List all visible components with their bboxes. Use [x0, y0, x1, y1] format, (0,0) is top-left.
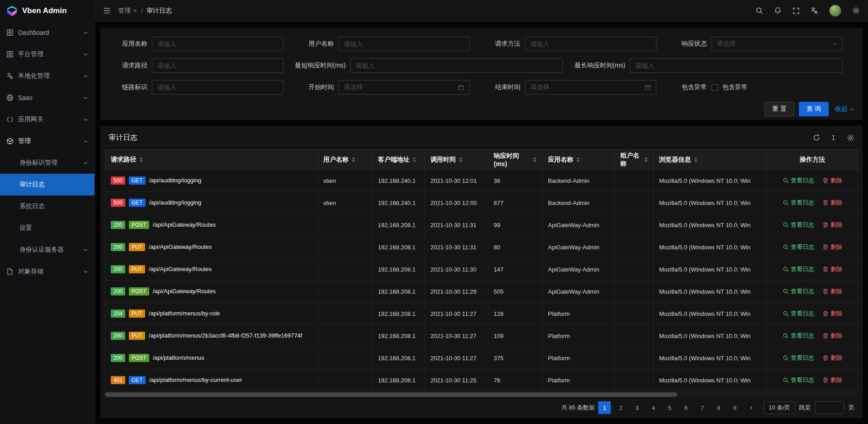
- cell-response-time: 128: [488, 303, 542, 325]
- column-header-call-time[interactable]: 调用时间: [425, 150, 488, 170]
- view-log-button[interactable]: 查看日志: [783, 199, 814, 207]
- page-button-2[interactable]: 2: [614, 401, 627, 414]
- view-log-button[interactable]: 查看日志: [783, 176, 814, 185]
- topbar: 管理 / 审计日志: [95, 0, 868, 22]
- delete-button[interactable]: 删除: [822, 176, 842, 185]
- search-icon[interactable]: [755, 7, 763, 14]
- page-button-6[interactable]: 6: [679, 401, 692, 414]
- view-log-label: 查看日志: [791, 310, 814, 318]
- include-exception-checkbox[interactable]: [712, 84, 718, 91]
- page-button-5[interactable]: 5: [663, 401, 676, 414]
- column-header-browser-info[interactable]: 浏览器信息: [654, 150, 767, 170]
- sidebar-item-identity-server[interactable]: 身份认证服务器: [0, 239, 94, 261]
- sidebar-item-platform[interactable]: 平台管理: [0, 43, 94, 65]
- sort-descend-icon: [533, 160, 537, 162]
- view-log-button[interactable]: 查看日志: [783, 265, 814, 273]
- fullscreen-icon[interactable]: [793, 7, 800, 14]
- sort-carets-icon: [533, 157, 537, 162]
- logo[interactable]: Vben Admin: [0, 0, 94, 22]
- column-header-response-time[interactable]: 响应时间(ms): [488, 150, 542, 170]
- row-height-icon[interactable]: [830, 134, 837, 141]
- sidebar-item-management[interactable]: 管理: [0, 130, 94, 152]
- delete-button[interactable]: 删除: [822, 265, 842, 273]
- end-time-date-picker[interactable]: 请选择: [525, 80, 656, 95]
- app-name-input[interactable]: [157, 40, 278, 48]
- page-button-7[interactable]: 7: [696, 401, 708, 414]
- collapse-form-link[interactable]: 收起: [835, 105, 854, 113]
- jump-page-input[interactable]: [815, 401, 844, 414]
- table-row: 204PUT/api/platform/menus/by-role192.168…: [105, 303, 859, 325]
- chevron-down-icon: [83, 52, 88, 57]
- settings-gear-icon[interactable]: [852, 7, 860, 14]
- sidebar-item-settings[interactable]: 设置: [0, 217, 94, 239]
- request-path-input[interactable]: [157, 62, 278, 69]
- trash-icon: [822, 200, 829, 206]
- view-icon: [783, 200, 789, 206]
- horizontal-scrollbar-thumb[interactable]: [105, 392, 677, 397]
- refresh-icon[interactable]: [813, 134, 820, 141]
- sidebar-item-localization[interactable]: 本地化管理: [0, 65, 94, 87]
- view-log-button[interactable]: 查看日志: [783, 332, 814, 340]
- sidebar-item-saas[interactable]: Saas: [0, 87, 94, 109]
- delete-button[interactable]: 删除: [822, 332, 842, 340]
- reset-button[interactable]: 重 置: [764, 102, 794, 116]
- view-log-button[interactable]: 查看日志: [783, 354, 814, 362]
- delete-button[interactable]: 删除: [822, 376, 842, 384]
- view-log-button[interactable]: 查看日志: [783, 287, 814, 295]
- sidebar-item-audit-log[interactable]: 审计日志: [0, 174, 94, 195]
- view-log-button[interactable]: 查看日志: [783, 243, 814, 251]
- sidebar-item-dashboard[interactable]: Dashboard: [0, 22, 94, 43]
- cell-operations: 查看日志删除: [767, 369, 859, 391]
- filter-row: 请求路径最短响应时间(ms)最长响应时间(ms): [108, 58, 854, 73]
- column-header-user-name[interactable]: 用户名称: [318, 150, 373, 170]
- delete-button[interactable]: 删除: [822, 287, 842, 295]
- column-header-app-name[interactable]: 应用名称: [542, 150, 615, 170]
- page-size-select[interactable]: 10 条/页: [764, 401, 795, 414]
- view-log-button[interactable]: 查看日志: [783, 310, 814, 318]
- query-button[interactable]: 查 询: [799, 102, 829, 116]
- page-button-3[interactable]: 3: [631, 401, 643, 414]
- column-label: 调用时间: [430, 156, 456, 164]
- next-page-button[interactable]: [745, 401, 757, 414]
- cell-app-name: Platform: [542, 303, 615, 325]
- sort-carets-icon: [352, 157, 355, 162]
- delete-button[interactable]: 删除: [822, 243, 842, 251]
- trace-id-input[interactable]: [157, 84, 278, 91]
- cell-request-path: 500GET/api/auditing/logging: [105, 192, 318, 214]
- cell-browser-info: Mozilla/5.0 (Windows NT 10.0; Win: [654, 325, 767, 347]
- status-badge: 204: [111, 310, 125, 318]
- min-response-time-input[interactable]: [356, 62, 558, 69]
- page-button-4[interactable]: 4: [647, 401, 660, 414]
- breadcrumb-item-management[interactable]: 管理: [118, 7, 137, 15]
- page-button-1[interactable]: 1: [598, 401, 611, 414]
- column-settings-icon[interactable]: [847, 134, 854, 142]
- sidebar-item-object-storage[interactable]: 对象存储: [0, 261, 94, 282]
- column-header-tenant-name[interactable]: 租户名称: [615, 150, 654, 170]
- collapse-sidebar-button[interactable]: [103, 7, 111, 14]
- view-log-button[interactable]: 查看日志: [783, 376, 814, 384]
- delete-button[interactable]: 删除: [822, 354, 842, 362]
- sidebar-item-system-log[interactable]: 系统日志: [0, 195, 94, 217]
- cell-browser-info: Mozilla/5.0 (Windows NT 10.0; Win: [654, 192, 767, 214]
- sidebar-item-gateway[interactable]: 应用网关: [0, 109, 94, 130]
- column-header-request-path[interactable]: 请求路径: [105, 150, 318, 170]
- max-response-time-input[interactable]: [635, 62, 837, 69]
- sidebar-item-identity-management[interactable]: 身份标识管理: [0, 152, 94, 174]
- user-name-input[interactable]: [344, 40, 465, 48]
- delete-button[interactable]: 删除: [822, 310, 842, 318]
- column-header-client-address[interactable]: 客户端地址: [373, 150, 425, 170]
- view-log-button[interactable]: 查看日志: [783, 221, 814, 229]
- request-method-input[interactable]: [530, 40, 651, 48]
- language-translate-icon[interactable]: [811, 7, 818, 14]
- filter-field-user-name: 用户名称: [295, 37, 482, 51]
- page-button-8[interactable]: 8: [712, 401, 725, 414]
- page-button-9[interactable]: 9: [728, 401, 741, 414]
- cell-tenant-name: [615, 192, 654, 214]
- delete-button[interactable]: 删除: [822, 221, 842, 229]
- notifications-bell-icon[interactable]: [774, 7, 782, 14]
- response-status-select[interactable]: 请选择: [712, 37, 843, 51]
- start-time-date-picker[interactable]: 请选择: [339, 80, 470, 95]
- delete-button[interactable]: 删除: [822, 199, 842, 207]
- menu-item-label: 身份认证服务器: [19, 246, 83, 254]
- user-avatar[interactable]: [829, 5, 841, 17]
